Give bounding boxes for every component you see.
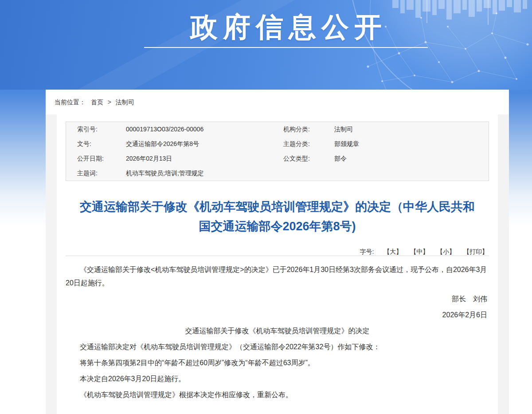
paragraph: 将第十条第四项第2目中的“年龄不超过60周岁”修改为“年龄不超过63周岁”。: [66, 356, 489, 370]
article-section: 索引号: 000019713O03/2026-00006 机构分类: 法制司 文…: [46, 114, 509, 414]
meta-value: 部颁规章: [334, 137, 489, 151]
meta-label: 机构分类:: [283, 122, 334, 137]
breadcrumb-separator: >: [108, 99, 111, 106]
meta-label: 文号:: [77, 137, 126, 151]
meta-label: 主题词:: [77, 166, 126, 181]
meta-value: [334, 166, 489, 181]
font-size-small-button[interactable]: 【小】: [437, 248, 455, 255]
meta-label: 公文类型:: [283, 151, 334, 166]
paragraph: 《机动车驾驶员培训管理规定》根据本决定作相应修改，重新公布。: [66, 388, 489, 402]
meta-label: 主题分类:: [283, 137, 334, 151]
page-header: 政府信息公开: [0, 0, 532, 90]
signature-date: 2026年2月6日: [66, 308, 489, 322]
meta-value: 交通运输部令2026年第8号: [126, 137, 283, 151]
meta-label: 公开日期:: [77, 151, 126, 166]
font-size-large-button[interactable]: 【大】: [383, 248, 402, 255]
breadcrumb-home[interactable]: 首页: [91, 99, 103, 106]
page-title: 政府信息公开: [144, 12, 433, 42]
breadcrumb-section[interactable]: 法制司: [116, 99, 134, 106]
title-divider: [66, 256, 489, 256]
document-title-line1: 交通运输部关于修改《机动车驾驶员培训管理规定》的决定（中华人民共和: [80, 200, 475, 213]
font-size-label: 字号:: [360, 248, 374, 255]
paragraph: 《交通运输部关于修改<机动车驾驶员培训管理规定>的决定》已于2026年1月30日…: [66, 263, 489, 290]
document-meta-table: 索引号: 000019713O03/2026-00006 机构分类: 法制司 文…: [66, 122, 489, 181]
document-title-line2: 国交通运输部令2026年第8号): [199, 220, 356, 233]
meta-value: 2026年02月13日: [126, 151, 283, 166]
meta-value: 机动车驾驶员;培训;管理规定: [126, 166, 283, 181]
meta-value: 000019713O03/2026-00006: [126, 122, 283, 137]
meta-value: 法制司: [334, 122, 489, 137]
paragraph: 本决定自2026年3月20日起施行。: [66, 372, 489, 386]
paragraph: 交通运输部决定对《机动车驾驶员培训管理规定》（交通运输部令2022年第32号）作…: [66, 340, 489, 354]
font-size-controls: 字号: 【大】 【中】 【小】 【打印】: [66, 248, 489, 256]
article-container: 索引号: 000019713O03/2026-00006 机构分类: 法制司 文…: [57, 114, 498, 414]
font-size-medium-button[interactable]: 【中】: [410, 248, 429, 255]
title-underline: [144, 47, 428, 48]
meta-label: [283, 166, 334, 181]
article-body: 《交通运输部关于修改<机动车驾驶员培训管理规定>的决定》已于2026年1月30日…: [66, 263, 489, 402]
decision-subtitle: 交通运输部关于修改《机动车驾驶员培训管理规定》的决定: [66, 324, 489, 338]
meta-label: 索引号:: [77, 122, 126, 137]
content-card: 当前位置： 首页 > 法制司 索引号: 000019713O03/2026-00…: [46, 90, 509, 414]
print-button[interactable]: 【打印】: [463, 248, 488, 255]
breadcrumb-label: 当前位置：: [55, 99, 86, 106]
meta-value: 部令: [334, 151, 489, 166]
signature: 部长 刘伟: [66, 292, 489, 306]
document-title: 交通运输部关于修改《机动车驾驶员培训管理规定》的决定（中华人民共和国交通运输部令…: [70, 197, 485, 236]
breadcrumb: 当前位置： 首页 > 法制司: [46, 90, 509, 114]
